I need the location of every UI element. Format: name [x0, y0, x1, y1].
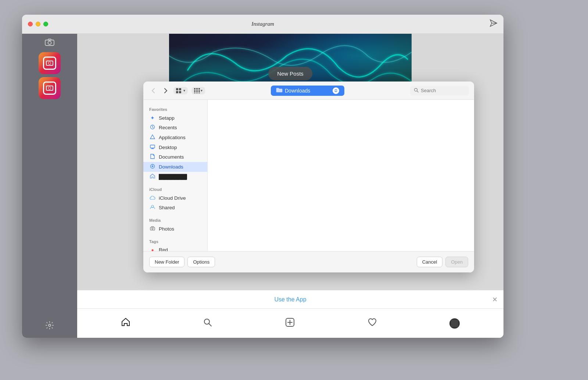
svg-rect-17: [196, 88, 198, 90]
search-tab[interactable]: [203, 318, 212, 329]
svg-rect-20: [196, 90, 198, 92]
svg-line-7: [209, 323, 212, 326]
recents-icon: [149, 124, 156, 131]
file-picker-dialog: ▾ ▾: [143, 82, 474, 272]
favorites-label: Favorites: [143, 104, 207, 113]
icloud-label: iCloud: [143, 184, 207, 193]
new-folder-button[interactable]: New Folder: [149, 257, 184, 267]
svg-rect-4: [48, 39, 51, 40]
location-stepper-icon: [333, 87, 339, 94]
shared-icon: [149, 205, 156, 210]
svg-rect-14: [176, 91, 178, 93]
home-label: ████████: [159, 174, 187, 180]
sidebar-item-downloads[interactable]: Downloads: [143, 162, 207, 172]
shared-label: Shared: [159, 205, 175, 210]
sidebar-item-recents[interactable]: Recents: [143, 123, 207, 133]
traffic-lights: [28, 22, 48, 26]
sidebar-item-documents[interactable]: Documents: [143, 152, 207, 162]
svg-point-3: [48, 41, 51, 44]
options-button[interactable]: Options: [187, 257, 215, 267]
back-button[interactable]: [148, 86, 158, 95]
svg-rect-12: [176, 88, 178, 90]
open-button[interactable]: Open: [445, 257, 468, 267]
sidebar-item-desktop[interactable]: Desktop: [143, 142, 207, 152]
camera-toolbar-icon: [45, 38, 54, 48]
applications-label: Applications: [159, 135, 186, 140]
recents-label: Recents: [159, 125, 177, 130]
sidebar-item-red-tag[interactable]: ● Red: [143, 245, 207, 251]
svg-rect-29: [150, 145, 155, 148]
documents-label: Documents: [159, 154, 184, 160]
search-box: [410, 86, 469, 95]
svg-rect-23: [196, 93, 198, 93]
applications-icon: [149, 134, 156, 141]
picker-sidebar: Favorites ✦ Setapp: [143, 100, 208, 251]
documents-icon: [149, 154, 156, 160]
picker-footer: New Folder Options Cancel Open: [143, 251, 474, 272]
home-tab[interactable]: [121, 317, 130, 329]
use-app-bar: Use the App ✕: [77, 290, 503, 308]
svg-rect-13: [179, 88, 181, 90]
view-toggle-chevron: ▾: [183, 88, 185, 93]
svg-point-33: [151, 205, 154, 207]
location-folder-icon: [276, 87, 283, 94]
profile-tab[interactable]: [449, 318, 460, 329]
use-app-link[interactable]: Use the App: [274, 296, 306, 303]
search-icon: [414, 88, 419, 94]
icloud-drive-icon: [149, 195, 156, 201]
cancel-button[interactable]: Cancel: [417, 257, 442, 267]
close-banner-button[interactable]: ✕: [492, 296, 498, 304]
title-bar-right: [490, 19, 498, 29]
picker-content: [208, 100, 474, 251]
icloud-section: iCloud iCloud Drive: [143, 184, 207, 212]
close-button[interactable]: [28, 22, 33, 26]
desktop-icon: [149, 144, 156, 150]
instagram-icon-1[interactable]: [39, 52, 61, 74]
instagram-inner-1: [43, 57, 56, 70]
location-pill[interactable]: Downloads: [271, 86, 344, 96]
tags-section: Tags ● Red ●: [143, 236, 207, 251]
add-tab[interactable]: [285, 318, 295, 329]
svg-rect-18: [198, 88, 200, 90]
settings-gear-icon[interactable]: [45, 321, 54, 331]
svg-point-5: [49, 324, 51, 326]
heart-tab[interactable]: [368, 318, 377, 329]
location-pill-left: Downloads: [276, 87, 310, 94]
sidebar-item-home[interactable]: ████████: [143, 172, 207, 181]
minimize-button[interactable]: [36, 22, 40, 26]
downloads-sidebar-label: Downloads: [159, 164, 183, 170]
home-icon: [149, 174, 156, 180]
instagram-icon-2[interactable]: [39, 77, 61, 99]
picker-body: Favorites ✦ Setapp: [143, 100, 474, 251]
svg-rect-15: [179, 91, 181, 93]
location-bar: Downloads: [211, 86, 404, 96]
sidebar-item-shared[interactable]: Shared: [143, 203, 207, 212]
svg-point-25: [277, 90, 278, 91]
maximize-button[interactable]: [43, 22, 48, 26]
media-section: Media Photos: [143, 215, 207, 234]
grid-view-button[interactable]: ▾: [191, 87, 205, 94]
main-content: New Posts: [77, 34, 503, 338]
dock: [22, 34, 77, 338]
sidebar-item-icloud-drive[interactable]: iCloud Drive: [143, 193, 207, 203]
forward-button[interactable]: [161, 86, 171, 95]
setapp-label: Setapp: [159, 115, 175, 121]
picker-toolbar: ▾ ▾: [143, 82, 474, 100]
view-toggle-button[interactable]: ▾: [173, 87, 188, 94]
svg-rect-22: [194, 93, 196, 93]
sidebar-item-setapp[interactable]: ✦ Setapp: [143, 113, 207, 123]
search-input[interactable]: [421, 88, 465, 93]
sidebar-item-photos[interactable]: Photos: [143, 224, 207, 234]
downloads-sidebar-icon: [149, 164, 156, 170]
new-posts-button[interactable]: New Posts: [268, 67, 312, 80]
svg-rect-11: [451, 320, 458, 327]
location-name: Downloads: [285, 88, 310, 94]
svg-rect-21: [198, 90, 200, 92]
svg-rect-16: [194, 88, 196, 90]
svg-rect-34: [150, 227, 155, 230]
photos-label: Photos: [159, 226, 174, 232]
red-tag-label: Red: [159, 247, 168, 251]
instagram-camera-1: [46, 61, 53, 66]
instagram-inner-2: [43, 82, 56, 95]
sidebar-item-applications[interactable]: Applications: [143, 133, 207, 142]
